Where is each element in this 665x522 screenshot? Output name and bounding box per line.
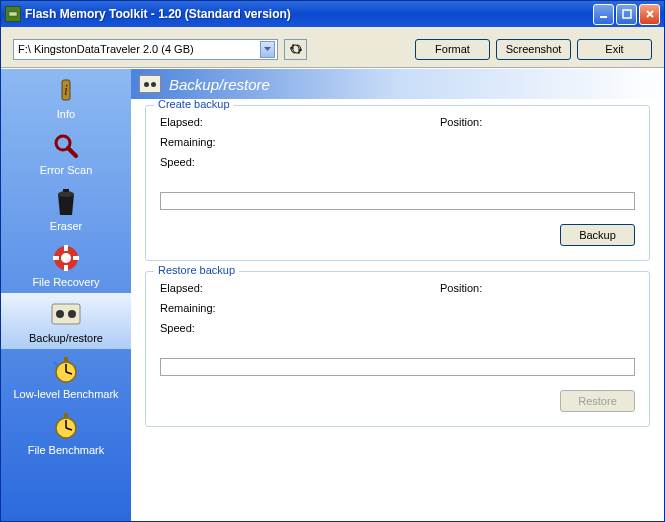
svg-rect-1 [600, 16, 607, 18]
body-area: i Info Error Scan Eraser File [1, 67, 664, 521]
elapsed-label: Elapsed: [160, 282, 440, 294]
sidebar-item-label: Eraser [50, 220, 82, 232]
app-icon [5, 6, 21, 22]
close-button[interactable] [639, 4, 660, 25]
drive-select-value: F:\ KingstonDataTraveler 2.0 (4 GB) [18, 43, 260, 55]
titlebar: Flash Memory Toolkit - 1.20 (Standard ve… [1, 1, 664, 27]
sidebar-item-label: File Recovery [32, 276, 99, 288]
svg-point-10 [61, 253, 71, 263]
refresh-icon [289, 42, 303, 56]
speed-label: Speed: [160, 322, 440, 334]
speed-label: Speed: [160, 156, 440, 168]
main-panel: Backup/restore Create backup Elapsed: Po… [131, 69, 664, 521]
sidebar-item-label: File Benchmark [28, 444, 104, 456]
exit-button[interactable]: Exit [577, 39, 652, 60]
elapsed-label: Elapsed: [160, 116, 440, 128]
dropdown-arrow-icon [260, 41, 275, 58]
drive-select[interactable]: F:\ KingstonDataTraveler 2.0 (4 GB) [13, 39, 278, 60]
sidebar-item-error-scan[interactable]: Error Scan [1, 125, 131, 181]
stopwatch-icon [50, 354, 82, 386]
panel-header: Backup/restore [131, 69, 664, 99]
screenshot-button[interactable]: Screenshot [496, 39, 571, 60]
svg-rect-2 [623, 10, 631, 18]
refresh-button[interactable] [284, 39, 307, 60]
svg-rect-14 [73, 256, 79, 260]
sidebar-item-label: Error Scan [40, 164, 93, 176]
svg-text:i: i [64, 83, 68, 98]
panel-title: Backup/restore [169, 76, 270, 93]
minimize-button[interactable] [593, 4, 614, 25]
svg-point-16 [56, 310, 64, 318]
create-backup-legend: Create backup [154, 99, 234, 110]
svg-point-17 [68, 310, 76, 318]
format-button[interactable]: Format [415, 39, 490, 60]
create-backup-group: Create backup Elapsed: Position: Remaini… [145, 105, 650, 261]
position-label: Position: [440, 282, 635, 294]
app-window: Flash Memory Toolkit - 1.20 (Standard ve… [0, 0, 665, 522]
tape-icon [139, 75, 161, 93]
sidebar-item-label: Backup/restore [29, 332, 103, 344]
svg-line-6 [68, 148, 76, 156]
magnifier-icon [50, 130, 82, 162]
sidebar-item-file-benchmark[interactable]: File Benchmark [1, 405, 131, 461]
restore-button: Restore [560, 390, 635, 412]
life-ring-icon [50, 242, 82, 274]
maximize-button[interactable] [616, 4, 637, 25]
svg-rect-11 [64, 245, 68, 251]
sidebar-item-info[interactable]: i Info [1, 69, 131, 125]
window-title: Flash Memory Toolkit - 1.20 (Standard ve… [25, 7, 593, 21]
sidebar-item-low-level-benchmark[interactable]: Low-level Benchmark [1, 349, 131, 405]
info-icon: i [50, 74, 82, 106]
svg-rect-12 [64, 265, 68, 271]
svg-rect-13 [53, 256, 59, 260]
sidebar-item-backup-restore[interactable]: Backup/restore [1, 293, 131, 349]
restore-backup-group: Restore backup Elapsed: Position: Remain… [145, 271, 650, 427]
toolbar: F:\ KingstonDataTraveler 2.0 (4 GB) Form… [1, 27, 664, 67]
window-controls [593, 4, 660, 25]
stopwatch-icon [50, 410, 82, 442]
backup-button[interactable]: Backup [560, 224, 635, 246]
svg-rect-23 [64, 413, 68, 417]
svg-rect-8 [63, 189, 69, 192]
create-progress-bar [160, 192, 635, 210]
svg-rect-0 [9, 12, 17, 16]
sidebar-item-label: Low-level Benchmark [13, 388, 118, 400]
svg-rect-19 [64, 357, 68, 361]
sidebar-item-label: Info [57, 108, 75, 120]
sidebar: i Info Error Scan Eraser File [1, 69, 131, 521]
trash-icon [50, 186, 82, 218]
position-label: Position: [440, 116, 635, 128]
remaining-label: Remaining: [160, 302, 440, 314]
restore-progress-bar [160, 358, 635, 376]
tape-icon [50, 298, 82, 330]
sidebar-item-file-recovery[interactable]: File Recovery [1, 237, 131, 293]
panel-body: Create backup Elapsed: Position: Remaini… [131, 99, 664, 521]
restore-backup-legend: Restore backup [154, 264, 239, 276]
sidebar-item-eraser[interactable]: Eraser [1, 181, 131, 237]
remaining-label: Remaining: [160, 136, 440, 148]
